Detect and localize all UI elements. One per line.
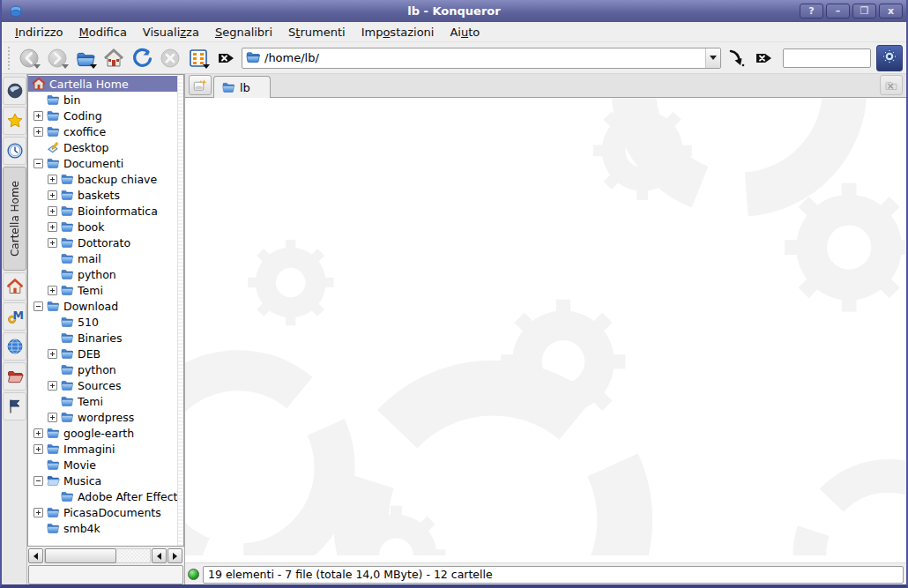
tree-item-movie[interactable]: Movie	[28, 457, 177, 473]
tree-item-label: google-earth	[63, 427, 134, 440]
scroll-left-button[interactable]	[28, 548, 43, 563]
tree-item-label: DEB	[78, 347, 100, 361]
close-tab-button[interactable]	[880, 75, 903, 95]
sidebar-tab-network-globe-icon[interactable]	[3, 332, 26, 361]
dropdown-arrow-icon[interactable]	[33, 64, 41, 69]
expand-icon[interactable]	[48, 175, 57, 184]
collapse-icon[interactable]	[33, 159, 43, 168]
menu-impostazioni[interactable]: Impostazioni	[354, 24, 443, 41]
tree-item-dottorato[interactable]: Dottorato	[28, 234, 177, 250]
tree-item-temi[interactable]: Temi	[28, 393, 177, 409]
tree-item-python[interactable]: python	[28, 361, 177, 377]
help-button[interactable]: ?	[800, 4, 823, 19]
menu-modifica[interactable]: Modifica	[71, 24, 135, 41]
dropdown-arrow-icon[interactable]	[90, 64, 97, 69]
expand-icon[interactable]	[48, 206, 57, 216]
tree-item-documenti[interactable]: Documenti	[28, 155, 177, 171]
tree-item-book[interactable]: book	[28, 219, 177, 234]
sidebar-tab-home-folder-icon[interactable]	[3, 272, 26, 301]
sidebar-horizontal-scrollbar[interactable]	[28, 548, 183, 563]
stop-button	[157, 45, 183, 71]
tab-lb[interactable]: lb	[213, 76, 271, 98]
tree-item-wordpress[interactable]: wordpress	[28, 409, 177, 425]
tree-item-google-earth[interactable]: google-earth	[28, 425, 177, 441]
tree-item-cartella-home[interactable]: Cartella Home	[28, 76, 177, 92]
tree-item-immagini[interactable]: Immagini	[28, 441, 177, 457]
titlebar[interactable]: lb - Konqueror ? – ❒ x	[2, 0, 906, 22]
tree-item-cxoffice[interactable]: cxoffice	[28, 123, 177, 139]
menu-segnalibri[interactable]: Segnalibri	[207, 24, 280, 41]
scrollbar-track[interactable]	[44, 548, 151, 563]
sidebar-tab-root-folder-icon[interactable]	[3, 362, 26, 391]
new-tab-button[interactable]	[189, 75, 212, 95]
clear-location-button[interactable]	[213, 45, 240, 71]
tree-item-download[interactable]: Download	[28, 298, 177, 314]
kde-gear-button[interactable]	[876, 45, 903, 71]
dropdown-arrow-icon[interactable]	[62, 64, 69, 69]
tree-item-desktop[interactable]: Desktop	[28, 139, 177, 155]
tree-item-label: Download	[63, 300, 118, 313]
minimize-button[interactable]: –	[826, 4, 850, 19]
tree-item-bioinformatica[interactable]: Bioinformatica	[28, 203, 177, 219]
search-bar[interactable]	[783, 48, 871, 68]
location-bar[interactable]	[242, 48, 721, 69]
tree-vertical-scrollbar[interactable]	[177, 75, 183, 546]
sidebar-tab-selected[interactable]: Cartella Home	[3, 167, 26, 271]
scroll-left-button-2[interactable]	[152, 548, 167, 563]
scrollbar-thumb[interactable]	[45, 548, 116, 563]
expand-icon[interactable]	[33, 508, 43, 517]
tree-item-musica[interactable]: Musica	[28, 473, 177, 488]
expand-icon[interactable]	[48, 381, 57, 391]
iconview-mode-button[interactable]	[185, 45, 212, 71]
sidebar-tab-metabar-icon[interactable]: M	[3, 302, 26, 331]
dropdown-arrow-icon[interactable]	[203, 64, 210, 69]
menu-visualizza[interactable]: Visualizza	[135, 24, 207, 41]
expand-icon[interactable]	[48, 286, 57, 295]
location-input[interactable]	[261, 51, 705, 64]
sidebar-tab-bookmarks-star-icon[interactable]	[3, 107, 26, 135]
clear-search-button[interactable]	[751, 45, 778, 71]
expand-icon[interactable]	[48, 190, 57, 200]
location-dropdown-button[interactable]	[705, 48, 720, 68]
up-button[interactable]	[72, 45, 99, 71]
close-button[interactable]: x	[879, 4, 903, 19]
scroll-right-button[interactable]	[167, 548, 182, 563]
tree-item-picasadocuments[interactable]: PicasaDocuments	[28, 504, 177, 520]
icon-view[interactable]	[185, 98, 906, 562]
tree-item-smb4k[interactable]: smb4k	[28, 520, 177, 536]
menu-indirizzo[interactable]: Indirizzo	[7, 24, 71, 41]
sidebar-tab-services-flag-icon[interactable]	[3, 392, 26, 421]
sidebar-tab-history-clock-icon[interactable]	[3, 137, 26, 165]
expand-icon[interactable]	[48, 222, 57, 232]
tree-item-baskets[interactable]: baskets	[28, 187, 177, 203]
home-button[interactable]	[100, 45, 127, 71]
tree-item-coding[interactable]: Coding	[28, 108, 177, 123]
collapse-icon[interactable]	[33, 301, 43, 311]
tree-item-adobe-after-effects-7[interactable]: Adobe After Effects 7	[28, 488, 177, 504]
tree-item-python[interactable]: python	[28, 266, 177, 282]
menu-strumenti[interactable]: Strumenti	[280, 24, 354, 41]
expand-icon[interactable]	[33, 111, 43, 121]
tree-item-backup-chiave[interactable]: backup chiave	[28, 171, 177, 187]
reload-button[interactable]	[129, 45, 155, 71]
expand-icon[interactable]	[48, 349, 57, 359]
tree-item-deb[interactable]: DEB	[28, 346, 177, 361]
collapse-icon[interactable]	[33, 476, 43, 486]
expand-icon[interactable]	[33, 444, 43, 454]
tree-item-mail[interactable]: mail	[28, 250, 177, 266]
toolbar-handle[interactable]	[8, 47, 11, 70]
sidebar-tab-web-globe-icon[interactable]	[3, 77, 26, 105]
tree-item-temi[interactable]: Temi	[28, 282, 177, 298]
search-input[interactable]	[784, 50, 870, 68]
tree-item-binaries[interactable]: Binaries	[28, 330, 177, 346]
tree-item-bin[interactable]: bin	[28, 92, 177, 108]
tree-item-sources[interactable]: Sources	[28, 377, 177, 393]
maximize-button[interactable]: ❒	[852, 4, 876, 19]
expand-icon[interactable]	[48, 413, 57, 422]
expand-icon[interactable]	[33, 428, 43, 438]
tree-item-510[interactable]: 510	[28, 314, 177, 330]
go-arrow-button[interactable]	[723, 45, 749, 71]
expand-icon[interactable]	[33, 127, 43, 137]
menu-aiuto[interactable]: Aiuto	[442, 24, 487, 41]
expand-icon[interactable]	[48, 238, 57, 248]
